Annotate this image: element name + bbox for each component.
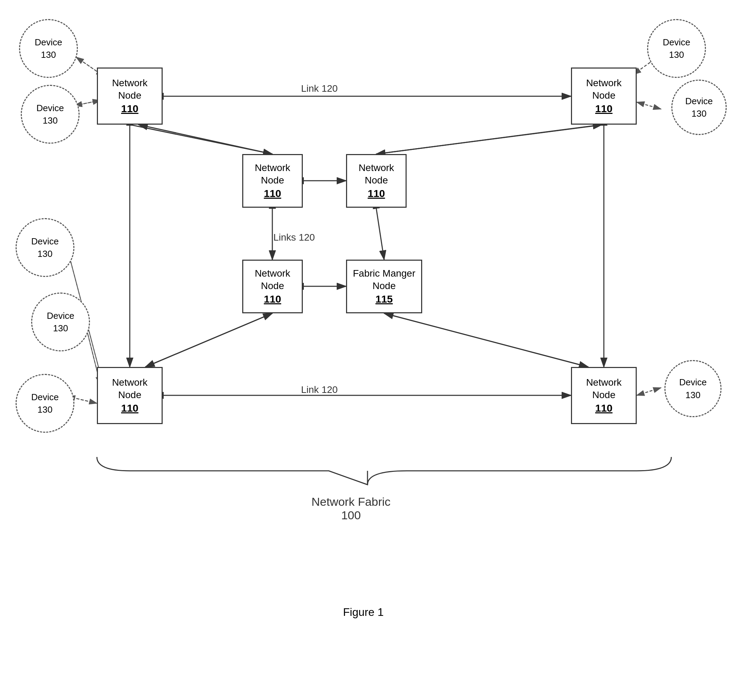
node-label: NetworkNode — [358, 162, 394, 187]
node-number: 110 — [595, 102, 612, 115]
node-number: 110 — [368, 187, 385, 200]
svg-line-13 — [376, 208, 384, 260]
svg-line-7 — [130, 125, 272, 154]
svg-line-9 — [376, 125, 604, 154]
device-label: Device130 — [35, 36, 62, 61]
network-fabric-label: Network Fabric 100 — [311, 495, 391, 522]
link-label-bottom: Link 120 — [301, 384, 338, 396]
svg-line-15 — [145, 313, 272, 367]
device-label: Device130 — [679, 376, 707, 401]
device-mid-left-2: Device130 — [31, 293, 90, 351]
svg-line-23 — [75, 100, 100, 106]
device-top-right-2: Device130 — [671, 79, 727, 135]
svg-line-17 — [384, 313, 588, 367]
svg-line-26 — [637, 102, 661, 109]
svg-line-10 — [376, 125, 602, 154]
fabric-manager-node: Fabric MangerNode 115 — [346, 260, 422, 313]
network-node-top-right: NetworkNode 110 — [571, 68, 637, 125]
network-node-bot-right: NetworkNode 110 — [571, 367, 637, 424]
node-number: 115 — [376, 292, 393, 306]
node-number: 110 — [121, 401, 138, 415]
device-label: Device130 — [36, 102, 64, 127]
node-label: NetworkNode — [255, 162, 290, 187]
svg-line-16 — [145, 313, 272, 367]
device-mid-right: Device130 — [665, 360, 722, 417]
network-node-mid2-left: NetworkNode 110 — [242, 260, 303, 313]
node-label: NetworkNode — [586, 376, 622, 401]
device-top-left-2: Device130 — [21, 85, 79, 144]
svg-line-35 — [637, 388, 661, 396]
figure-caption: Figure 1 — [311, 606, 415, 619]
node-number: 110 — [264, 292, 281, 306]
network-node-bot-left: NetworkNode 110 — [97, 367, 163, 424]
link-label-top: Link 120 — [301, 83, 338, 94]
device-label: Device130 — [31, 235, 59, 260]
diagram: NetworkNode 110 NetworkNode 110 NetworkN… — [0, 0, 735, 700]
svg-line-22 — [75, 100, 100, 106]
node-number: 110 — [264, 187, 281, 200]
node-label: NetworkNode — [255, 267, 290, 293]
device-label: Device130 — [47, 309, 74, 335]
svg-line-34 — [637, 388, 661, 396]
device-bot-left: Device130 — [16, 374, 75, 433]
network-node-mid-right: NetworkNode 110 — [346, 154, 406, 208]
node-label: NetworkNode — [112, 77, 148, 102]
device-label: Device130 — [31, 391, 59, 416]
network-node-top-left: NetworkNode 110 — [97, 68, 163, 125]
network-node-mid-left: NetworkNode 110 — [242, 154, 303, 208]
svg-line-8 — [138, 125, 272, 154]
node-label: NetworkNode — [112, 376, 148, 401]
node-label: NetworkNode — [586, 77, 622, 102]
node-number: 110 — [595, 401, 612, 415]
device-top-right-1: Device130 — [647, 19, 706, 78]
svg-line-18 — [384, 313, 588, 367]
device-top-left-1: Device130 — [19, 19, 78, 78]
svg-line-27 — [637, 102, 661, 109]
device-mid-left-1: Device130 — [16, 218, 75, 277]
node-number: 110 — [121, 102, 138, 115]
node-label: Fabric MangerNode — [353, 267, 415, 293]
device-label: Device130 — [685, 95, 713, 120]
links-label-middle: Links 120 — [273, 232, 315, 243]
device-label: Device130 — [663, 36, 690, 61]
